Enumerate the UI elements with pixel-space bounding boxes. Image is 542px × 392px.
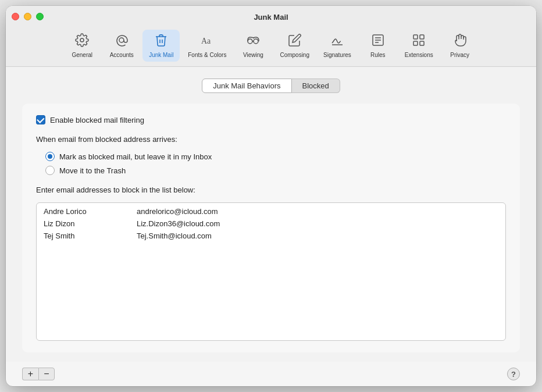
tab-junk-mail-behaviors[interactable]: Junk Mail Behaviors — [202, 79, 291, 93]
svg-point-4 — [248, 39, 252, 44]
toolbar-item-signatures-label: Signatures — [323, 52, 351, 58]
tab-blocked[interactable]: Blocked — [292, 79, 340, 93]
list-item-name: Liz Dizon — [44, 219, 137, 228]
list-item-email: Liz.Dizon36@icloud.com — [137, 219, 498, 228]
blocked-address-list[interactable]: Andre Lorico andrelorico@icloud.com Liz … — [36, 202, 506, 341]
toolbar-item-rules-label: Rules — [370, 52, 386, 58]
toolbar-item-viewing-label: Viewing — [243, 52, 263, 58]
add-button[interactable]: + — [22, 368, 38, 380]
list-item-email: andrelorico@icloud.com — [137, 207, 498, 216]
svg-rect-12 — [413, 35, 418, 39]
toolbar-item-accounts[interactable]: Accounts — [103, 30, 140, 62]
extensions-icon — [412, 33, 426, 49]
radio-mark-blocked-inner — [48, 154, 52, 159]
list-item-name: Andre Lorico — [44, 207, 137, 216]
toolbar-item-rules[interactable]: Rules — [359, 30, 397, 62]
glasses-icon — [246, 33, 260, 49]
svg-rect-13 — [420, 35, 424, 39]
radio-move-trash-button[interactable] — [45, 166, 55, 175]
radio-mark-blocked-label: Mark as blocked mail, but leave it in my… — [59, 152, 212, 161]
bottom-bar: + − ? — [6, 362, 536, 386]
close-button[interactable] — [12, 13, 19, 20]
svg-rect-15 — [420, 41, 424, 45]
toolbar-item-accounts-label: Accounts — [110, 52, 134, 58]
svg-point-0 — [80, 38, 84, 42]
toolbar-item-junk-mail[interactable]: Junk Mail — [142, 30, 180, 62]
when-email-arrives-label: When email from blocked address arrives: — [36, 135, 506, 144]
content-area: Junk Mail Behaviors Blocked Enable block… — [6, 67, 536, 362]
at-icon — [115, 33, 129, 49]
toolbar-item-composing-label: Composing — [280, 52, 309, 58]
toolbar-item-general[interactable]: General — [63, 30, 101, 62]
list-section-label: Enter email addresses to block in the li… — [36, 186, 506, 194]
toolbar-item-viewing[interactable]: Viewing — [234, 30, 272, 62]
list-item[interactable]: Tej Smith Tej.Smith@icloud.com — [37, 230, 505, 242]
maximize-button[interactable] — [36, 13, 44, 20]
list-item[interactable]: Liz Dizon Liz.Dizon36@icloud.com — [37, 218, 505, 230]
svg-rect-14 — [413, 41, 418, 45]
enable-filtering-row: Enable blocked mail filtering — [36, 115, 506, 124]
fonts-icon: Aa — [200, 33, 214, 49]
minimize-button[interactable] — [24, 13, 31, 20]
list-item[interactable]: Andre Lorico andrelorico@icloud.com — [37, 205, 505, 218]
junk-mail-icon — [154, 33, 168, 49]
list-item-email: Tej.Smith@icloud.com — [137, 231, 498, 240]
radio-group: Mark as blocked mail, but leave it in my… — [45, 152, 506, 175]
signature-icon — [330, 33, 344, 49]
radio-move-trash-label: Move it to the Trash — [59, 166, 126, 175]
toolbar-item-privacy-label: Privacy — [450, 52, 469, 58]
rules-icon — [371, 33, 385, 49]
titlebar: Junk Mail General — [6, 6, 536, 67]
main-window: Junk Mail General — [6, 6, 536, 386]
toolbar-item-extensions[interactable]: Extensions — [399, 30, 439, 62]
svg-point-1 — [119, 38, 124, 42]
toolbar: General Accounts — [63, 27, 478, 66]
add-remove-group: + − — [22, 368, 55, 380]
radio-move-trash[interactable]: Move it to the Trash — [45, 166, 506, 175]
toolbar-item-fonts-colors-label: Fonts & Colors — [188, 52, 226, 58]
traffic-lights — [12, 13, 44, 20]
toolbar-item-junk-mail-label: Junk Mail — [149, 52, 173, 58]
remove-button[interactable]: − — [38, 368, 55, 380]
toolbar-item-privacy[interactable]: Privacy — [441, 30, 479, 62]
enable-filtering-checkbox[interactable] — [36, 115, 45, 124]
toolbar-item-composing[interactable]: Composing — [274, 30, 315, 62]
toolbar-item-extensions-label: Extensions — [405, 52, 433, 58]
radio-mark-blocked-button[interactable] — [45, 152, 55, 161]
toolbar-item-general-label: General — [72, 52, 92, 58]
gear-icon — [75, 33, 89, 49]
window-title: Junk Mail — [254, 13, 288, 22]
help-button[interactable]: ? — [507, 368, 520, 380]
toolbar-item-fonts-colors[interactable]: Aa Fonts & Colors — [182, 30, 232, 62]
toolbar-item-signatures[interactable]: Signatures — [318, 30, 357, 62]
compose-icon — [288, 33, 302, 49]
radio-mark-blocked[interactable]: Mark as blocked mail, but leave it in my… — [45, 152, 506, 161]
settings-panel: Enable blocked mail filtering When email… — [22, 104, 520, 352]
enable-filtering-label: Enable blocked mail filtering — [50, 116, 144, 124]
svg-text:Aa: Aa — [201, 37, 211, 45]
hand-icon — [453, 33, 467, 49]
tab-bar: Junk Mail Behaviors Blocked — [22, 79, 520, 93]
svg-point-5 — [254, 39, 258, 44]
list-item-name: Tej Smith — [44, 231, 137, 240]
